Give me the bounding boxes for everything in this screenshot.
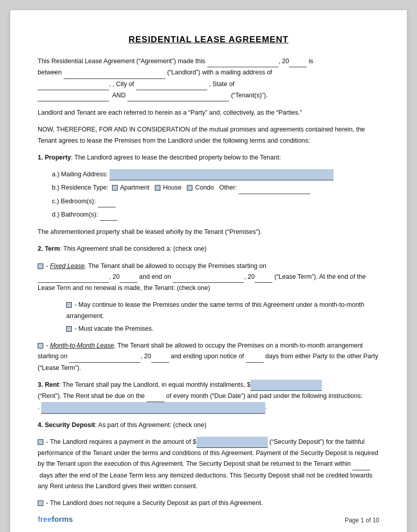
- payment-instructions-field[interactable]: [41, 402, 265, 413]
- fixed-end-year-field[interactable]: [255, 272, 272, 283]
- fixed-lease-options: - May continue to lease the Premises und…: [66, 300, 379, 334]
- document-page: RESIDENTIAL LEASE AGREEMENT This Residen…: [10, 10, 407, 532]
- address-field[interactable]: [38, 79, 109, 90]
- fixed-lease-checkbox[interactable]: [38, 263, 43, 269]
- due-date-field[interactable]: [147, 391, 164, 402]
- fixed-start-year-field[interactable]: [120, 272, 137, 283]
- fixed-option1: - May continue to lease the Premises und…: [66, 300, 379, 322]
- bathrooms-field[interactable]: [100, 209, 118, 221]
- section1-item-a: a.) Mailing Address:: [52, 169, 379, 180]
- mtm-lease-block: - Month-to-Month Lease. The Tenant shall…: [38, 340, 379, 374]
- document-footer: freeforms Page 1 of 10: [38, 515, 379, 524]
- section4-option1: - The Landlord requires a payment in the…: [38, 437, 379, 492]
- section2-heading: 2. Term: This Agreement shall be conside…: [38, 244, 379, 254]
- section1-item-b: b.) Residence Type: Apartment House Cond…: [52, 182, 379, 194]
- apartment-checkbox[interactable]: [112, 185, 118, 191]
- mailing-address-field[interactable]: [109, 169, 333, 180]
- city-field[interactable]: [136, 79, 207, 90]
- section1-footer: The aforementioned property shall be lea…: [38, 227, 379, 237]
- continue-lease-checkbox[interactable]: [66, 302, 72, 308]
- date-field[interactable]: [207, 56, 279, 67]
- parties-paragraph: Landlord and Tenant are each referred to…: [38, 108, 379, 118]
- mtm-year-field[interactable]: [151, 351, 169, 362]
- section1-item-d: d.) Bathroom(s):: [52, 209, 379, 221]
- landlord-field[interactable]: [64, 67, 165, 78]
- vacate-checkbox[interactable]: [66, 326, 72, 332]
- section4-heading: 4. Security Deposit: As part of this Agr…: [38, 420, 379, 431]
- other-type-field[interactable]: [239, 182, 310, 194]
- no-security-deposit-checkbox[interactable]: [38, 500, 43, 506]
- intro-line1-pre: This Residential Lease Agreement (“Agree…: [38, 58, 205, 65]
- section1-item-c: c.) Bedroom(s):: [52, 196, 379, 207]
- intro-paragraph: This Residential Lease Agreement (“Agree…: [38, 56, 379, 101]
- year-field[interactable]: [289, 56, 307, 67]
- footer-logo: freeforms: [38, 515, 73, 524]
- fixed-option2: - Must vacate the Premises.: [66, 324, 379, 334]
- section4-option2: - The Landlord does not require a Securi…: [38, 498, 379, 509]
- condo-checkbox[interactable]: [187, 185, 192, 191]
- section1: 1. Property: The Landlord agrees to leas…: [38, 152, 379, 163]
- mtm-days-field[interactable]: [246, 351, 264, 362]
- consideration-paragraph: NOW, THEREFORE, FOR AND IN CONSIDERATION…: [38, 124, 379, 146]
- section1-items: a.) Mailing Address: b.) Residence Type:…: [52, 169, 379, 221]
- fixed-start-date-field[interactable]: [38, 272, 109, 283]
- security-deposit-amount-field[interactable]: [197, 437, 268, 448]
- fixed-lease-block: - Fixed Lease. The Tenant shall be allow…: [38, 261, 379, 294]
- mtm-checkbox[interactable]: [38, 343, 43, 349]
- mtm-start-field[interactable]: [69, 351, 141, 362]
- state-field[interactable]: [38, 90, 109, 101]
- page-number: Page 1 of 10: [345, 517, 379, 524]
- bedrooms-field[interactable]: [98, 196, 116, 207]
- security-days-field[interactable]: [352, 459, 370, 470]
- fixed-end-date-field[interactable]: [173, 272, 244, 283]
- rent-amount-field[interactable]: [251, 380, 322, 391]
- security-deposit-checkbox[interactable]: [38, 439, 43, 445]
- tenant-field[interactable]: [127, 90, 229, 101]
- document-title: RESIDENTIAL LEASE AGREEMENT: [38, 35, 379, 45]
- house-checkbox[interactable]: [155, 185, 160, 191]
- section3-block: 3. Rent: The Tenant shall pay the Landlo…: [38, 380, 379, 414]
